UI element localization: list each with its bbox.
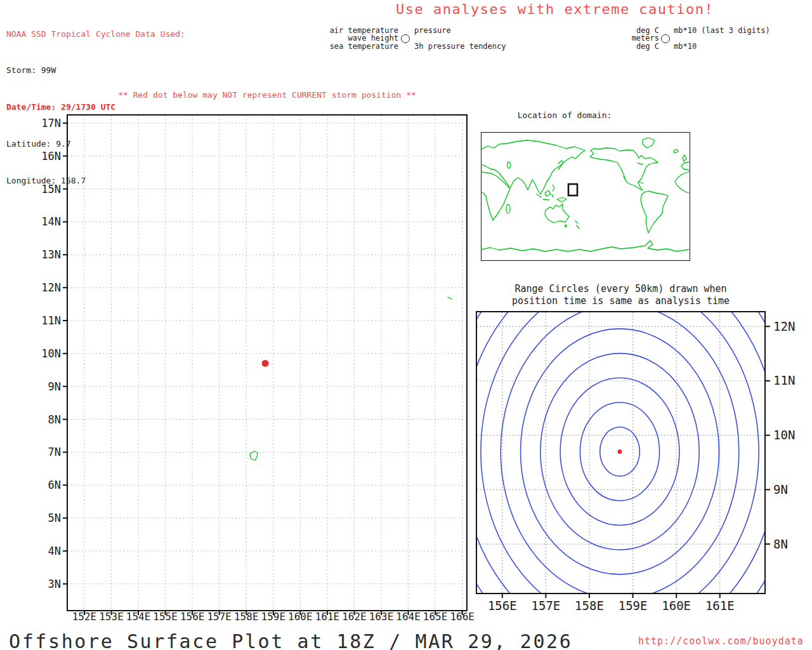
axis-tick-label: 10N [41, 347, 61, 360]
axis-tick-label: 13N [41, 248, 61, 261]
axis-tick-label: 11N [773, 373, 795, 387]
station-legend-units-right: mb*10 (last 3 digits) mb*10 [674, 27, 770, 50]
legend-pressure: pressure [414, 27, 506, 34]
caution-title: Use analyses with extreme caution! [396, 1, 714, 17]
axis-tick-label: 153E [99, 611, 124, 623]
domain-box-marker [568, 184, 577, 196]
legend-tendency-units: mb*10 [674, 43, 770, 50]
axis-tick-label: 156E [488, 599, 517, 613]
storm-position-warning: ** Red dot below may NOT represent CURRE… [67, 90, 468, 100]
station-legend-measurements-left: air temperature wave height sea temperat… [298, 27, 398, 50]
main-surface-plot-panel: 152E153E154E155E156E157E158E159E160E161E… [67, 114, 468, 611]
axis-tick-label: 12N [41, 281, 61, 294]
domain-map-title: Location of domain: [481, 110, 648, 120]
axis-tick-label: 16N [41, 150, 61, 162]
axis-tick-label: 152E [72, 611, 97, 623]
island-contour [250, 451, 258, 460]
legend-wave-units: meters [606, 34, 659, 42]
map-features [250, 297, 452, 460]
axis-tick-label: 164E [396, 611, 421, 623]
page-title: Offshore Surface Plot at 18Z / MAR 29, 2… [9, 630, 572, 650]
main-surface-plot: 152E153E154E155E156E157E158E159E160E161E… [68, 116, 466, 610]
legend-wave-height: wave height [298, 34, 398, 42]
axis-tick-label: 163E [369, 611, 394, 623]
world-coastlines [481, 138, 689, 251]
source-url: http://coolwx.com/buoydata [638, 635, 804, 647]
axis-tick-label: 160E [662, 599, 691, 613]
axis-tick-label: 8N [48, 413, 61, 426]
axis-tick-label: 8N [773, 537, 788, 551]
range-circles-panel: 156E157E158E159E160E161E12N11N10N9N8N [476, 311, 766, 594]
axis-tick-label: 5N [48, 512, 61, 524]
station-model-circle-icon [401, 34, 410, 43]
axis-tick-label: 161E [705, 599, 735, 613]
axis-tick-label: 157E [532, 599, 561, 613]
axis-tick-label: 157E [207, 611, 232, 623]
station-legend-units-left: deg C meters deg C [606, 27, 659, 50]
axis-tick-label: 17N [41, 117, 61, 129]
axis-tick-label: 161E [315, 611, 340, 623]
axis-tick-label: 4N [48, 545, 61, 557]
info-datetime: Date/Time: 29/1730 UTC [6, 101, 185, 113]
axis-tick-label: 7N [48, 446, 61, 458]
station-model-circle-icon [661, 34, 670, 43]
axis-tick-label: 11N [41, 314, 61, 327]
axis-tick-label: 156E [180, 611, 205, 623]
axis-tick-label: 6N [48, 479, 61, 491]
legend-pressure-tendency: 3h pressure tendency [414, 43, 506, 50]
axis-tick-label: 3N [48, 578, 61, 590]
info-storm: Storm: 99W [6, 64, 185, 76]
axis-grid: 152E153E154E155E156E157E158E159E160E161E… [41, 116, 475, 623]
axis-tick-label: 159E [619, 599, 648, 613]
axis-tick-label: 159E [261, 611, 286, 623]
info-source-line: NOAA SSD Tropical Cyclone Data Used: [6, 28, 185, 40]
range-circles-title: Range Circles (every 50km) drawn when po… [476, 283, 766, 307]
legend-sea-units: deg C [606, 43, 659, 50]
axis-grid: 156E157E158E159E160E161E12N11N10N9N8N [477, 312, 795, 613]
axis-tick-label: 9N [773, 482, 788, 496]
islet-mark [448, 297, 452, 299]
axis-tick-label: 14N [41, 215, 61, 228]
axis-tick-label: 10N [773, 428, 795, 442]
axis-tick-label: 162E [342, 611, 367, 623]
storm-position-dot [262, 360, 269, 367]
station-legend-measurements-right: pressure 3h pressure tendency [414, 27, 506, 50]
world-map [481, 133, 689, 260]
axis-tick-label: 155E [153, 611, 178, 623]
axis-tick-label: 154E [126, 611, 151, 623]
legend-pressure-units: mb*10 (last 3 digits) [674, 27, 770, 34]
axis-tick-label: 165E [423, 611, 448, 623]
axis-tick-label: 12N [773, 319, 795, 333]
range-center-dot [618, 449, 622, 454]
axis-tick-label: 9N [48, 380, 61, 393]
axis-tick-label: 158E [234, 611, 259, 623]
range-circles-plot: 156E157E158E159E160E161E12N11N10N9N8N [477, 312, 764, 593]
axis-tick-label: 158E [575, 599, 604, 613]
axis-tick-label: 15N [41, 183, 61, 196]
legend-sea-temperature: sea temperature [298, 43, 398, 50]
axis-tick-label: 166E [450, 611, 475, 623]
axis-tick-label: 160E [288, 611, 313, 623]
domain-location-map-panel [481, 132, 690, 261]
